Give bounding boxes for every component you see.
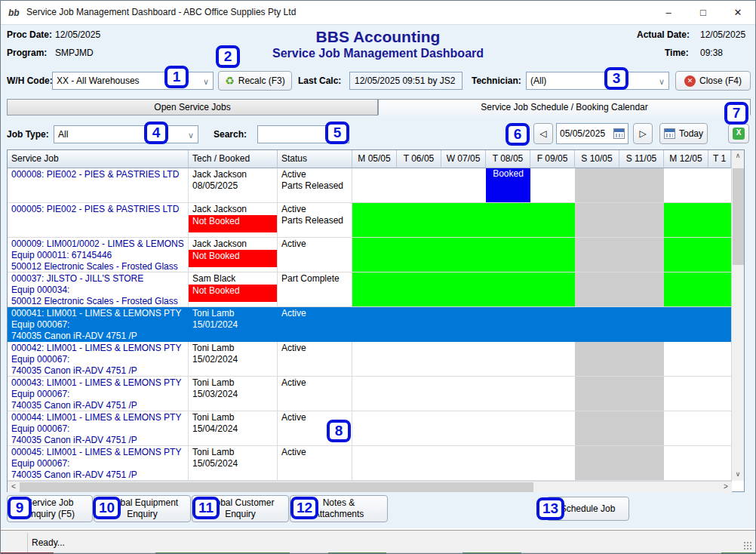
calendar-cell-weekend[interactable] [619,272,664,307]
calendar-cell[interactable] [486,446,530,481]
calendar-cell[interactable] [441,307,486,342]
calendar-cell-available[interactable] [352,238,397,272]
calendar-cell-weekend[interactable] [575,238,619,272]
calendar-cell-available[interactable] [708,272,731,307]
col-header-day[interactable]: T 06/05 [397,150,441,168]
close-f4-button[interactable]: ✕ Close (F4) [675,71,751,91]
col-header-day[interactable]: W 07/05 [441,150,486,168]
horizontal-scrollbar[interactable]: < > [8,481,732,493]
calendar-cell[interactable] [664,446,708,481]
scroll-down-icon[interactable]: ∨ [732,469,744,481]
calendar-cell[interactable] [352,168,397,203]
calendar-cell-weekend[interactable] [619,203,664,238]
vertical-scrollbar-thumb[interactable] [733,168,744,265]
col-header-day[interactable]: F 09/05 [530,150,575,168]
col-header-tech-booked[interactable]: Tech / Booked [189,150,278,168]
calendar-cell-weekend[interactable] [619,168,664,203]
calendar-cell[interactable] [708,446,731,481]
calendar-cell[interactable] [708,377,731,411]
calendar-date-field[interactable]: 05/05/2025 [556,123,628,144]
calendar-cell-available[interactable] [486,238,530,272]
vertical-scrollbar[interactable]: ∧ ∨ [731,150,744,481]
calendar-cell[interactable] [397,446,441,481]
col-header-day[interactable]: M 05/05 [352,150,397,168]
calendar-cell[interactable] [708,307,731,342]
today-button[interactable]: Today [659,123,708,144]
table-row[interactable]: 000045: LIM001 - LIMES & LEMONS PTYEquip… [8,446,731,481]
tab-open-service-jobs[interactable]: Open Service Jobs [7,99,378,115]
close-window-button[interactable]: ✕ [721,1,755,25]
calendar-cell[interactable] [352,411,397,446]
calendar-cell[interactable] [352,446,397,481]
technician-dropdown[interactable]: (All) ∨ [526,72,669,90]
calendar-cell-available[interactable] [530,238,575,272]
recalc-button[interactable]: ♻ Recalc (F3) [218,71,292,91]
calendar-cell[interactable] [486,411,530,446]
table-row[interactable]: 000008: PIE002 - PIES & PASTRIES LTD Jac… [8,168,731,203]
calendar-cell[interactable] [530,342,575,377]
calendar-cell[interactable] [530,446,575,481]
calendar-cell-weekend[interactable] [619,238,664,272]
calendar-cell-weekend[interactable] [575,342,619,377]
col-header-day[interactable]: M 12/05 [664,150,708,168]
prev-day-button[interactable]: ◁ [533,123,553,144]
wh-code-dropdown[interactable]: XX - All Warehouses ∨ [52,72,214,90]
calendar-cell[interactable] [530,411,575,446]
calendar-cell-available[interactable] [441,238,486,272]
scroll-left-icon[interactable]: < [8,482,20,493]
calendar-cell[interactable] [352,307,397,342]
calendar-cell[interactable] [397,342,441,377]
calendar-cell-weekend[interactable] [619,446,664,481]
calendar-cell[interactable] [441,411,486,446]
table-row[interactable]: 000005: PIE002 - PIES & PASTRIES LTD Jac… [8,203,731,238]
col-header-day[interactable]: T 08/05 [486,150,530,168]
calendar-cell-available[interactable] [664,238,708,272]
calendar-cell-available[interactable] [397,238,441,272]
calendar-cell-weekend[interactable] [575,168,619,203]
calendar-cell-available[interactable] [441,272,486,307]
calendar-cell-available[interactable] [530,272,575,307]
calendar-cell[interactable] [530,307,575,342]
col-header-service-job[interactable]: Service Job [8,150,189,168]
calendar-cell-available[interactable] [708,203,731,238]
calendar-cell-available[interactable] [664,272,708,307]
horizontal-scrollbar-thumb[interactable] [20,482,533,492]
calendar-cell[interactable] [441,168,486,203]
scroll-up-icon[interactable]: ∧ [732,150,744,162]
calendar-cell-weekend[interactable] [575,377,619,411]
calendar-cell-weekend[interactable] [575,203,619,238]
calendar-cell-available[interactable] [530,203,575,238]
col-header-day[interactable]: S 10/05 [575,150,619,168]
calendar-cell-available[interactable] [352,203,397,238]
calendar-cell-weekend[interactable] [619,411,664,446]
calendar-cell-weekend[interactable] [619,307,664,342]
calendar-cell[interactable] [486,377,530,411]
calendar-cell[interactable] [708,411,731,446]
calendar-cell-available[interactable] [397,203,441,238]
calendar-cell[interactable] [664,342,708,377]
calendar-cell-available[interactable] [397,272,441,307]
calendar-cell[interactable] [397,168,441,203]
calendar-cell[interactable] [352,377,397,411]
calendar-cell[interactable] [664,307,708,342]
export-excel-button[interactable] [728,124,749,143]
calendar-cell[interactable] [397,411,441,446]
calendar-picker-icon[interactable] [613,128,625,139]
calendar-cell-weekend[interactable] [619,342,664,377]
table-row[interactable]: 000037: JILSTO - JILL'S STOREEquip 00003… [8,272,731,307]
calendar-cell[interactable] [664,377,708,411]
table-row-selected[interactable]: 000041: LIM001 - LIMES & LEMONS PTYEquip… [8,307,731,342]
next-day-button[interactable]: ▷ [633,123,653,144]
calendar-cell[interactable] [352,342,397,377]
table-row[interactable]: 000043: LIM001 - LIMES & LEMONS PTYEquip… [8,377,731,411]
calendar-cell-booked[interactable]: Booked [486,168,530,203]
calendar-cell-weekend[interactable] [575,272,619,307]
calendar-cell[interactable] [708,342,731,377]
maximize-button[interactable]: □ [686,1,721,25]
calendar-cell[interactable] [708,168,731,203]
calendar-cell-weekend[interactable] [575,411,619,446]
col-header-day-partial[interactable]: T 1 [708,150,731,168]
calendar-cell[interactable] [530,168,575,203]
calendar-cell-available[interactable] [708,238,731,272]
calendar-cell-weekend[interactable] [575,307,619,342]
